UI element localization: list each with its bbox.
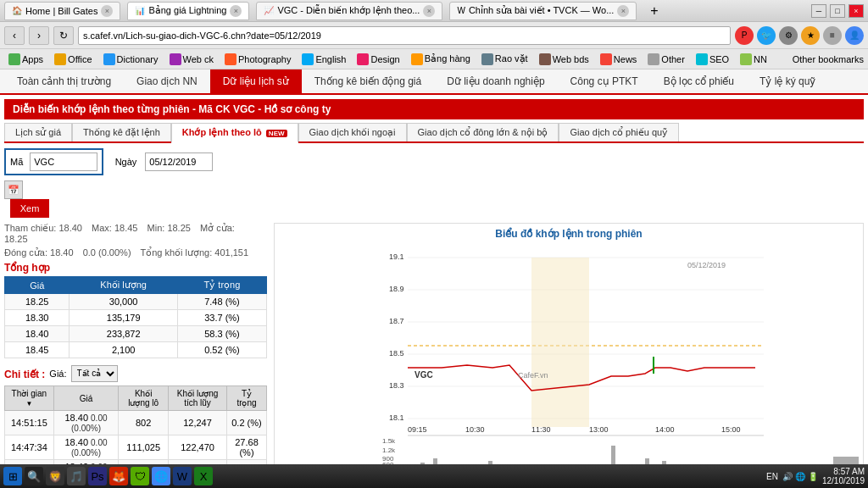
nav-tab-cong-cu-ptkt[interactable]: Công cụ PTKT [558,69,651,93]
taskbar-ff-icon[interactable]: 🦊 [109,467,128,485]
bookmark-apps[interactable]: Apps [4,53,47,66]
twitter-icon[interactable]: 🐦 [757,26,776,45]
taskbar-icon-5[interactable]: 🛡 [131,467,149,485]
detail-wrapper[interactable]: Thời gian ▼ Giá Khối lượng lô Khối lượng… [4,385,267,464]
bookmark-english[interactable]: English [298,53,350,66]
nav-tab-ty-le-ky-quy[interactable]: Tỷ lệ ký quỹ [747,69,828,93]
maximize-btn[interactable]: □ [830,4,845,18]
taskbar: ⊞ 🔍 🦁 🎵 Ps 🦊 🛡 🌐 W X EN 🔊 🌐 🔋 8:57 AM 12… [0,464,868,488]
cell-gia: 18.45 [5,342,70,358]
nav-tab-toan-canh[interactable]: Toàn cảnh thị trường [4,69,124,93]
calendar-btn[interactable]: 📅 [4,180,23,199]
new-tab-btn[interactable]: + [643,2,665,20]
dth-kl-tich-luy: Khối lượng tích lũy [169,386,227,411]
chrome-icon[interactable]: ⚙ [779,26,798,45]
time-display: 8:57 AM [822,467,865,476]
taskbar-icon-3[interactable]: 🎵 [67,467,86,485]
bookmark-nn[interactable]: NN [736,53,771,66]
bookmark-nn-label: NN [754,54,767,64]
tham-chieu: Tham chiếu: 18.40 [4,223,82,233]
bookmark-rao[interactable]: Rao vặt [477,53,532,66]
bookmark-bang[interactable]: Bảng hàng [407,53,475,66]
stats-line: Tham chiếu: 18.40 Max: 18.45 Min: 18.25 … [4,223,267,244]
bookmark-photo[interactable]: Photography [220,53,295,66]
close-btn[interactable]: × [849,4,864,18]
back-btn[interactable]: ‹ [4,26,25,45]
address-bar: ‹ › ↻ P 🐦 ⚙ ★ ≡ 👤 [0,22,868,49]
cell-ty-trong: 58.3 (%) [177,326,266,342]
ma-input[interactable] [30,152,97,171]
date-display: 12/10/2019 [822,476,865,485]
svg-rect-38 [645,458,649,464]
window-controls: ─ □ × [811,4,864,18]
dth-gia: Giá [53,386,118,411]
sub-tab-co-phieu-quy[interactable]: Giao dịch cổ phiếu quỹ [559,123,679,141]
taskbar-left: ⊞ 🔍 🦁 🎵 Ps 🦊 🛡 🌐 W X [3,467,213,485]
taskbar-chrome-icon[interactable]: 🌐 [152,467,170,485]
bookmark-other[interactable]: Other [643,53,689,66]
chart-area: Biểu đồ khớp lệnh trong phiên 19.1 18.9 … [274,223,864,464]
detail-row: 14:47:34 18.40 0.00 (0.00%) 111,025 122,… [5,435,267,460]
taskbar-icon-2[interactable]: 🦁 [46,467,64,485]
tat-ca-select[interactable]: Tất cả [71,365,118,382]
sub-tab-thong-ke-dat-lenh[interactable]: Thống kê đặt lệnh [72,123,171,141]
tab-home[interactable]: 🏠 Home | Bill Gates × [4,2,120,20]
profile-icon[interactable]: 👤 [845,26,864,45]
bookmark-dict[interactable]: Dictionary [99,53,163,66]
nav-tab-giao-dich-nn[interactable]: Giao dịch NN [124,69,210,93]
taskbar-time: 8:57 AM 12/10/2019 [822,467,865,485]
minimize-btn[interactable]: ─ [811,4,826,18]
star-icon[interactable]: ★ [801,26,820,45]
ngay-input[interactable] [145,152,213,171]
tab-bang-gia-close[interactable]: × [230,5,242,17]
search-btn[interactable]: Xem [10,199,50,218]
other-bookmarks-btn[interactable]: Other bookmarks [793,54,864,64]
cell-ty-trong: 7.48 (%) [177,294,266,310]
start-btn[interactable]: ⊞ [3,467,22,485]
new-badge: NEW [266,130,287,137]
taskbar-icon-1[interactable]: 🔍 [25,467,43,485]
search-bar: Mã [4,148,103,175]
bookmark-webck[interactable]: Web ck [165,53,218,66]
nav-tab-bo-loc[interactable]: Bộ lọc cổ phiếu [651,69,747,93]
bookmark-news[interactable]: News [596,53,642,66]
pinterest-icon[interactable]: P [735,26,754,45]
cell-ty-trong: 27.68 (%) [226,435,266,460]
taskbar-excel-icon[interactable]: X [194,467,213,485]
nn-bookmark-icon [740,53,752,65]
nav-tab-du-lieu-lich-su[interactable]: Dữ liệu lịch sử [210,69,302,93]
bookmark-design[interactable]: Design [353,53,403,66]
nav-tab-du-lieu-dn[interactable]: Dữ liệu doanh nghiệp [434,69,557,93]
bookmark-seo[interactable]: SEO [692,53,733,66]
bookmark-webbds[interactable]: Web bds [535,53,593,66]
taskbar-ps-icon[interactable]: Ps [88,467,107,485]
svg-text:09:15: 09:15 [408,425,427,434]
sub-tab-lich-su-gia[interactable]: Lịch sử giá [4,123,72,141]
taskbar-right: EN 🔊 🌐 🔋 8:57 AM 12/10/2019 [766,467,865,485]
tab-home-close[interactable]: × [101,5,113,17]
menu-icon[interactable]: ≡ [823,26,842,45]
reload-btn[interactable]: ↻ [53,26,74,45]
dth-time: Thời gian ▼ [5,386,54,411]
cell-kl: 135,179 [70,310,178,326]
sub-tab-giao-dich-khoi-ngoai[interactable]: Giao dịch khối ngoại [298,123,407,141]
cell-ty-trong: 33.7 (%) [177,310,266,326]
cell-kl-lo: 111,025 [119,435,169,460]
sub-tab-khop-lenh[interactable]: Khớp lệnh theo lô NEW [171,123,298,143]
min-stat: Min: 18.25 [147,223,191,233]
scroll-up-btn[interactable]: ▲ [833,457,859,464]
sub-tab-co-dong-lon[interactable]: Giao dịch cổ đông lớn & nội bộ [407,123,559,141]
tong-hop-row: 18.2530,0007.48 (%) [5,294,267,310]
bookmark-office[interactable]: Office [50,53,97,66]
tab-chinh-sua-close[interactable]: × [617,5,629,17]
tab-vgc-close[interactable]: × [423,5,435,17]
bang-bookmark-icon [411,53,423,65]
taskbar-word-icon[interactable]: W [173,467,192,485]
tab-vgc[interactable]: 📈 VGC - Diễn biến khớp lệnh theo... × [256,2,442,20]
address-input[interactable] [78,26,731,45]
tong-hop-table: Giá Khối lượng Tỷ trọng 18.2530,0007.48 … [4,276,267,358]
tab-bang-gia[interactable]: 📊 Bảng giá Lightning × [127,2,249,20]
tab-chinh-sua[interactable]: W Chỉnh sửa bài viết • TVCK — Wo... × [449,2,637,20]
nav-tab-thong-ke[interactable]: Thống kê biến động giá [302,69,434,93]
forward-btn[interactable]: › [29,26,49,45]
